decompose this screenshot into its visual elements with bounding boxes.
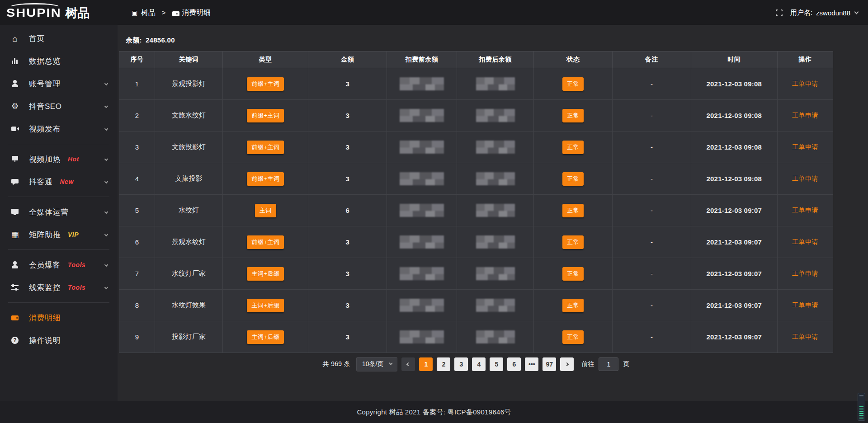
sidebar-item-media-operation[interactable]: 全媒体运营 bbox=[0, 203, 118, 221]
cell-keyword: 文旅水纹灯 bbox=[155, 100, 222, 132]
cell-status: 正常 bbox=[534, 226, 613, 258]
goto-page-input[interactable] bbox=[599, 357, 618, 371]
more-pages-button[interactable]: ••• bbox=[525, 357, 538, 371]
cell-balance-before bbox=[387, 163, 457, 195]
status-badge: 正常 bbox=[562, 77, 584, 91]
logo-text-cn: 树品 bbox=[66, 7, 90, 19]
blurred-balance-before bbox=[400, 267, 444, 281]
cell-status: 正常 bbox=[534, 68, 613, 100]
sidebar-item-data-overview[interactable]: 数据总览 bbox=[0, 52, 118, 70]
ticket-request-link[interactable]: 工单申请 bbox=[792, 301, 818, 309]
display-icon bbox=[11, 155, 19, 163]
sidebar-item-home[interactable]: 首页 bbox=[0, 29, 118, 47]
page-button[interactable]: 4 bbox=[472, 357, 486, 371]
ticket-request-link[interactable]: 工单申请 bbox=[792, 80, 818, 87]
type-badge: 主词+后缀 bbox=[247, 267, 284, 281]
cell-remark: - bbox=[613, 321, 691, 353]
type-badge: 前缀+主词 bbox=[247, 77, 284, 91]
cell-balance-before bbox=[387, 195, 457, 226]
cell-index: 1 bbox=[119, 68, 155, 100]
sidebar-item-douyin-seo[interactable]: 抖音SEO bbox=[0, 97, 118, 115]
cell-amount: 6 bbox=[308, 195, 387, 226]
page-size-select[interactable]: 10条/页 bbox=[356, 357, 397, 371]
ticket-request-link[interactable]: 工单申请 bbox=[792, 143, 818, 150]
tools-tag: Tools bbox=[68, 284, 85, 291]
cell-balance-before bbox=[387, 321, 457, 353]
sidebar-item-video-publish[interactable]: 视频发布 bbox=[0, 120, 118, 138]
cell-balance-after bbox=[457, 258, 534, 290]
sidebar-item-consumption-detail[interactable]: 消费明细 bbox=[0, 309, 118, 327]
chevron-down-icon bbox=[104, 286, 108, 289]
cell-time: 2021-12-03 09:07 bbox=[691, 195, 777, 226]
page-button[interactable]: 6 bbox=[507, 357, 521, 371]
ticket-request-link[interactable]: 工单申请 bbox=[792, 207, 818, 214]
topbar-right: 用户名: zswodun88 bbox=[775, 9, 868, 17]
ticket-request-link[interactable]: 工单申请 bbox=[792, 175, 818, 182]
status-badge: 正常 bbox=[562, 299, 584, 312]
table-row: 6 景观水纹灯 前缀+主词 3 正常 - 2021-12-03 09:07 工单… bbox=[119, 226, 833, 258]
cell-remark: - bbox=[613, 290, 691, 321]
cell-keyword: 文旅投影灯 bbox=[155, 132, 222, 163]
blurred-balance-after bbox=[476, 109, 515, 122]
footer: Copyright 树品 2021 备案号: 粤ICP备09019646号 bbox=[0, 401, 868, 423]
blurred-balance-after bbox=[476, 172, 515, 186]
cell-keyword: 景观投影灯 bbox=[155, 68, 222, 100]
cell-keyword: 水纹灯 bbox=[155, 195, 222, 226]
next-page-button[interactable] bbox=[560, 357, 574, 371]
cell-amount: 3 bbox=[308, 132, 387, 163]
cell-type: 主词+后缀 bbox=[222, 321, 308, 353]
sidebar-item-matrix-boost[interactable]: 矩阵助推 VIP bbox=[0, 226, 118, 244]
cell-balance-after bbox=[457, 195, 534, 226]
column-header: 序号 bbox=[119, 52, 155, 68]
sidebar-item-label: 矩阵助推 bbox=[29, 230, 61, 240]
blurred-balance-after bbox=[476, 299, 515, 312]
page-button[interactable]: 2 bbox=[437, 357, 450, 371]
sidebar-item-video-heat[interactable]: 视频加热 Hot bbox=[0, 150, 118, 168]
cell-time: 2021-12-03 09:08 bbox=[691, 68, 777, 100]
cell-type: 前缀+主词 bbox=[222, 163, 308, 195]
cell-amount: 3 bbox=[308, 321, 387, 353]
page-button[interactable]: 97 bbox=[542, 357, 556, 371]
ticket-request-link[interactable]: 工单申请 bbox=[792, 270, 818, 277]
username-value[interactable]: zswodun88 bbox=[816, 9, 850, 17]
cell-action: 工单申请 bbox=[777, 290, 833, 321]
page-button[interactable]: 3 bbox=[454, 357, 468, 371]
cell-type: 前缀+主词 bbox=[222, 226, 308, 258]
cell-index: 9 bbox=[119, 321, 155, 353]
blurred-balance-after bbox=[476, 267, 515, 281]
type-badge: 主词+后缀 bbox=[247, 330, 284, 344]
cell-balance-before bbox=[387, 100, 457, 132]
sidebar-item-member-burst[interactable]: 会员爆客 Tools bbox=[0, 256, 118, 274]
sidebar-divider bbox=[8, 302, 109, 303]
cell-type: 前缀+主词 bbox=[222, 68, 308, 100]
sidebar-item-lead-monitor[interactable]: 线索监控 Tools bbox=[0, 278, 118, 296]
fullscreen-icon[interactable] bbox=[775, 9, 783, 17]
chevron-down-icon bbox=[104, 263, 108, 267]
cell-index: 6 bbox=[119, 226, 155, 258]
prev-page-button[interactable] bbox=[401, 357, 415, 371]
blurred-balance-before bbox=[400, 141, 444, 154]
tools-tag: Tools bbox=[68, 261, 85, 268]
type-badge: 主词+后缀 bbox=[247, 299, 284, 312]
logo-text-en: SHUPIN bbox=[6, 7, 61, 19]
sidebar-item-instructions[interactable]: 操作说明 bbox=[0, 331, 118, 349]
sidebar-item-label: 数据总览 bbox=[29, 56, 61, 66]
sidebar-item-account-management[interactable]: 账号管理 bbox=[0, 75, 118, 93]
cell-balance-before bbox=[387, 258, 457, 290]
page-button[interactable]: 1 bbox=[419, 357, 433, 371]
cell-action: 工单申请 bbox=[777, 100, 833, 132]
ticket-request-link[interactable]: 工单申请 bbox=[792, 333, 818, 340]
cell-remark: - bbox=[613, 100, 691, 132]
ticket-request-link[interactable]: 工单申请 bbox=[792, 238, 818, 245]
sidebar-item-label: 会员爆客 bbox=[29, 260, 61, 270]
sidebar-item-douketong[interactable]: 抖客通 New bbox=[0, 173, 118, 191]
chevron-down-icon[interactable] bbox=[854, 9, 859, 14]
breadcrumb-separator: > bbox=[162, 9, 165, 16]
breadcrumb-home[interactable]: 树品 bbox=[131, 8, 156, 18]
goto-unit: 页 bbox=[623, 360, 629, 368]
page-button[interactable]: 5 bbox=[490, 357, 503, 371]
ticket-request-link[interactable]: 工单申请 bbox=[792, 112, 818, 119]
breadcrumb-current[interactable]: 消费明细 bbox=[172, 8, 211, 18]
bar-chart-icon bbox=[11, 57, 19, 65]
column-header: 备注 bbox=[613, 52, 691, 68]
